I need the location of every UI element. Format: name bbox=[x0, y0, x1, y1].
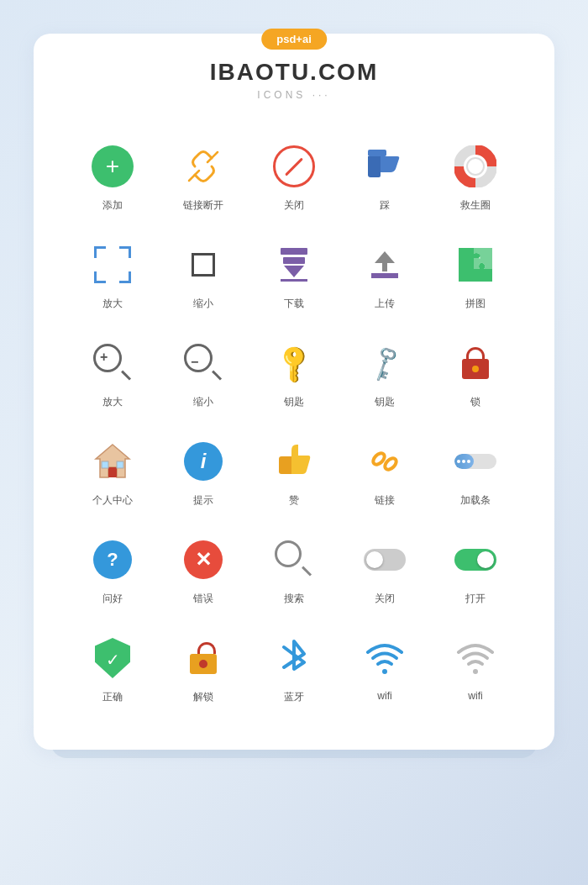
loading-bar-icon bbox=[454, 454, 496, 469]
puzzle-label: 拼图 bbox=[465, 297, 486, 311]
lock-icon bbox=[462, 347, 489, 379]
icon-cell-zoom-in: + 放大 bbox=[67, 323, 158, 421]
toggle-off-icon-visual bbox=[360, 535, 410, 585]
error-icon: ✕ bbox=[184, 540, 223, 579]
chain-icon-visual bbox=[360, 436, 410, 487]
link-broken-icon bbox=[182, 145, 224, 187]
link-broken-icon-visual bbox=[178, 141, 228, 192]
thumb-down-icon-visual bbox=[360, 141, 410, 192]
icon-cell-zoom-out: − 缩小 bbox=[158, 323, 249, 421]
key-gold-icon: 🔑 bbox=[270, 340, 317, 386]
icon-cell-error: ✕ 错误 bbox=[158, 519, 249, 618]
link-broken-label: 链接断开 bbox=[183, 198, 223, 213]
bluetooth-icon-visual bbox=[269, 633, 319, 683]
close-circle-icon bbox=[273, 145, 315, 187]
wifi-colored-icon-visual bbox=[360, 633, 410, 683]
search-icon-visual bbox=[269, 535, 319, 585]
main-card: IBAOTU.COM ICONS ··· + 添加 bbox=[34, 34, 554, 750]
loading-label: 加载条 bbox=[460, 493, 491, 508]
zoom-in-icon-visual: + bbox=[87, 338, 138, 388]
bluetooth-icon bbox=[276, 637, 312, 679]
unlock-icon bbox=[190, 642, 217, 674]
icon-cell-puzzle: 拼图 bbox=[430, 224, 521, 323]
upload-icon-visual bbox=[360, 240, 410, 290]
search-icon bbox=[275, 540, 313, 579]
shield-icon: ✓ bbox=[95, 638, 130, 678]
icon-cell-unlock: 解锁 bbox=[158, 618, 249, 716]
toggle-on-icon bbox=[454, 549, 496, 571]
icon-cell-chain: 链接 bbox=[339, 421, 430, 519]
site-subtitle: ICONS ··· bbox=[67, 89, 521, 101]
question-label: 问好 bbox=[102, 592, 123, 606]
zoom-in-label: 放大 bbox=[102, 395, 123, 409]
download-label: 下载 bbox=[284, 297, 304, 311]
key-colorful-label: 钥匙 bbox=[375, 395, 395, 409]
shield-label: 正确 bbox=[102, 690, 123, 704]
home-icon-visual bbox=[87, 436, 138, 487]
thumbsup-icon-visual bbox=[269, 436, 319, 487]
wifi-colored-icon bbox=[364, 637, 406, 679]
key-gold-icon-visual: 🔑 bbox=[269, 338, 319, 388]
shield-icon-visual: ✓ bbox=[87, 633, 138, 683]
card-header: IBAOTU.COM ICONS ··· bbox=[67, 59, 521, 101]
zoom-out-label: 缩小 bbox=[193, 395, 213, 409]
icon-cell-toggle-off: 关闭 bbox=[339, 519, 430, 618]
icon-cell-link-broken: 链接断开 bbox=[158, 126, 249, 224]
home-label: 个人中心 bbox=[92, 493, 133, 508]
expand-icon bbox=[94, 246, 131, 283]
svg-point-9 bbox=[382, 669, 387, 674]
svg-rect-5 bbox=[102, 461, 108, 468]
key-colorful-icon: 🗝️ bbox=[362, 341, 407, 386]
question-icon-visual: ? bbox=[87, 535, 138, 585]
home-icon bbox=[92, 440, 134, 482]
svg-point-10 bbox=[473, 669, 478, 674]
loading-icon-visual bbox=[450, 436, 501, 487]
thumbsup-icon bbox=[273, 440, 315, 482]
icons-grid: + 添加 bbox=[67, 126, 521, 716]
icon-cell-home: 个人中心 bbox=[67, 421, 158, 519]
info-icon-visual: i bbox=[178, 436, 228, 487]
icon-cell-download: 下载 bbox=[249, 224, 339, 323]
info-icon: i bbox=[184, 442, 223, 481]
icon-cell-loading: 加载条 bbox=[430, 421, 521, 519]
icon-cell-question: ? 问好 bbox=[67, 519, 158, 618]
shield-check: ✓ bbox=[106, 650, 120, 670]
icon-cell-lifebuoy: 救生圈 bbox=[430, 126, 521, 224]
upload-label: 上传 bbox=[375, 297, 395, 311]
icon-cell-thumb-down: 踩 bbox=[339, 126, 430, 224]
close-icon-visual bbox=[269, 141, 319, 192]
icon-cell-wifi-colored: wifi bbox=[339, 618, 430, 716]
question-icon: ? bbox=[93, 540, 132, 579]
site-title: IBAOTU.COM bbox=[67, 59, 521, 86]
lock-icon-visual bbox=[450, 338, 501, 388]
compress-label: 缩小 bbox=[193, 297, 213, 311]
svg-rect-6 bbox=[117, 461, 123, 468]
info-label: 提示 bbox=[193, 493, 213, 508]
wifi-colored-label: wifi bbox=[377, 690, 391, 702]
icon-cell-shield: ✓ 正确 bbox=[67, 618, 158, 716]
search-label: 搜索 bbox=[284, 592, 304, 606]
icon-cell-info: i 提示 bbox=[158, 421, 249, 519]
lifebuoy-icon-visual bbox=[450, 141, 501, 192]
svg-point-2 bbox=[467, 158, 484, 175]
icon-cell-wifi-gray: wifi bbox=[430, 618, 521, 716]
toggle-on-label: 打开 bbox=[465, 592, 486, 606]
toggle-off-label: 关闭 bbox=[375, 592, 395, 606]
toggle-off-icon bbox=[364, 549, 406, 571]
wifi-gray-icon bbox=[454, 637, 496, 679]
svg-rect-0 bbox=[368, 150, 386, 156]
icon-cell-key-colorful: 🗝️ 钥匙 bbox=[339, 323, 430, 421]
thumbsup-label: 赞 bbox=[289, 493, 299, 508]
chain-icon bbox=[364, 440, 406, 482]
thumb-down-label: 踩 bbox=[380, 198, 390, 213]
key-colorful-icon-visual: 🗝️ bbox=[360, 338, 410, 388]
zoom-out-icon-visual: − bbox=[178, 338, 228, 388]
icon-cell-bluetooth: 蓝牙 bbox=[249, 618, 339, 716]
error-icon-visual: ✕ bbox=[178, 535, 228, 585]
add-icon: + bbox=[92, 145, 134, 187]
compress-icon-visual bbox=[178, 240, 228, 290]
unlock-icon-visual bbox=[178, 633, 228, 683]
zoom-in-icon: + bbox=[93, 344, 132, 382]
puzzle-icon-visual bbox=[450, 240, 501, 290]
psd-ai-badge: psd+ai bbox=[261, 29, 327, 50]
